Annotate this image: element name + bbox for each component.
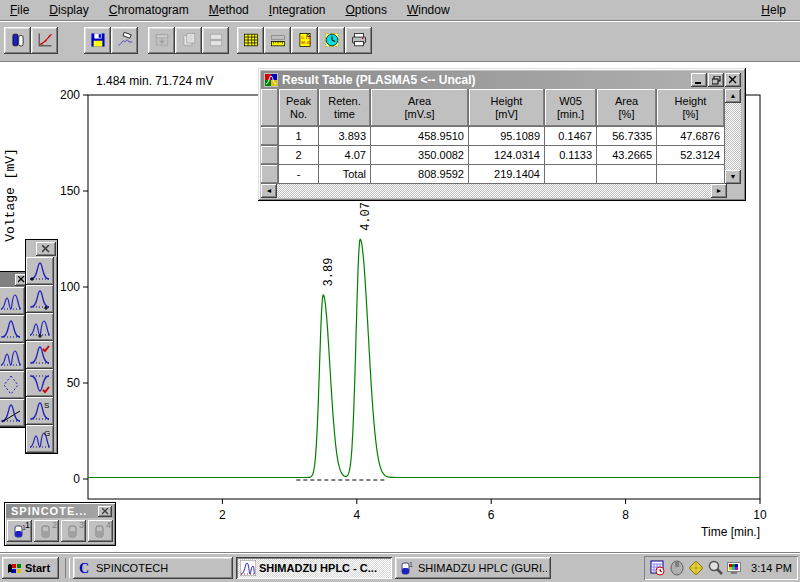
table-cell[interactable]: 43.2665 xyxy=(597,146,657,165)
table-cell[interactable]: 124.0314 xyxy=(469,146,545,165)
spincote-titlebar[interactable]: SPINCOTE... xyxy=(6,504,114,518)
result-window-titlebar[interactable]: Result Table (PLASMA5 <-- Uncal) xyxy=(261,71,743,89)
table-cell[interactable]: 0.1467 xyxy=(545,127,597,146)
column-header[interactable]: Height[mV] xyxy=(469,89,545,127)
table-cell[interactable]: 1 xyxy=(279,127,319,146)
row-header-cell[interactable] xyxy=(261,127,279,146)
save-button[interactable] xyxy=(84,27,111,54)
table-cell[interactable] xyxy=(597,165,657,184)
vial-4-button[interactable]: 4 xyxy=(88,520,113,542)
column-header[interactable]: Area[%] xyxy=(597,89,657,127)
ruler-button[interactable] xyxy=(264,27,291,54)
magnifier-icon[interactable] xyxy=(707,560,723,576)
method-range-button[interactable]: 0-15M-45 xyxy=(291,27,318,54)
menu-item-file[interactable]: File xyxy=(4,1,35,19)
menu-item-chromatogram[interactable]: Chromatogram xyxy=(103,1,195,19)
table-cell[interactable]: 52.3124 xyxy=(657,146,725,165)
table-cell[interactable]: 2 xyxy=(279,146,319,165)
menu-item-window[interactable]: Window xyxy=(401,1,456,19)
big-peak-button[interactable] xyxy=(0,315,25,343)
column-header[interactable]: PeakNo. xyxy=(279,89,319,127)
vial-1-button[interactable]: 11 xyxy=(7,520,32,542)
diamond-icon[interactable] xyxy=(688,560,704,576)
column-header[interactable]: Area[mV.s] xyxy=(371,89,469,127)
table-cell[interactable]: 95.1089 xyxy=(469,127,545,146)
scroll-up-icon[interactable]: ▲ xyxy=(725,89,741,103)
table-cell[interactable]: 47.6876 xyxy=(657,127,725,146)
negative-peak-accept-button[interactable] xyxy=(26,369,54,397)
twin-peaks-button[interactable] xyxy=(0,287,25,315)
peak-edit-toolbar-front[interactable]: SG xyxy=(26,240,57,453)
tile-windows-button[interactable] xyxy=(202,27,229,54)
vial-3-button[interactable]: 3 xyxy=(61,520,86,542)
scheduler-icon[interactable] xyxy=(650,560,666,576)
close-icon[interactable] xyxy=(36,242,56,256)
device-icon[interactable] xyxy=(669,560,685,576)
valley-diamond-button[interactable] xyxy=(0,371,25,399)
copy-report-button[interactable] xyxy=(175,27,202,54)
data-table-button[interactable] xyxy=(237,27,264,54)
column-vial-button[interactable] xyxy=(4,27,31,54)
scroll-right-icon[interactable]: ► xyxy=(711,184,727,198)
peak-solvent-button[interactable]: S xyxy=(26,397,54,425)
minimize-button[interactable] xyxy=(691,73,707,87)
table-cell[interactable]: 458.9510 xyxy=(371,127,469,146)
peak-edit-toolbar-back[interactable] xyxy=(0,272,29,427)
menu-item-method[interactable]: Method xyxy=(203,1,255,19)
peak-accept-button[interactable] xyxy=(26,341,54,369)
taskbar: Start CSPINCOTECHSHIMADZU HPLC - C...1SH… xyxy=(0,553,800,582)
table-row: 24.07350.0082124.03140.113343.266552.312… xyxy=(261,146,725,165)
table-cell[interactable]: Total xyxy=(319,165,371,184)
menu-item-display[interactable]: Display xyxy=(43,1,94,19)
table-cell[interactable]: 219.1404 xyxy=(469,165,545,184)
vertical-scrollbar[interactable]: ▲ ▼ xyxy=(725,89,741,184)
table-cell[interactable]: 350.0082 xyxy=(371,146,469,165)
column-header[interactable]: Height[%] xyxy=(657,89,725,127)
print-button[interactable] xyxy=(345,27,372,54)
table-cell[interactable]: 808.9592 xyxy=(371,165,469,184)
start-button[interactable]: Start xyxy=(2,557,59,579)
peak-start-button[interactable] xyxy=(26,257,54,285)
table-cell[interactable]: - xyxy=(279,165,319,184)
vial-2-button[interactable]: 2 xyxy=(34,520,59,542)
close-icon[interactable] xyxy=(98,506,112,517)
vial-number: 3 xyxy=(79,520,84,530)
calibration-curve-button[interactable] xyxy=(31,27,58,54)
spincote-window[interactable]: SPINCOTE... 11234 xyxy=(5,503,115,545)
restore-button[interactable] xyxy=(708,73,724,87)
horizontal-scrollbar[interactable]: ◄ ► xyxy=(261,184,727,198)
taskbar-task-button[interactable]: SHIMADZU HPLC - C... xyxy=(236,557,392,579)
scroll-down-icon[interactable]: ▼ xyxy=(725,170,741,184)
result-table-window[interactable]: Result Table (PLASMA5 <-- Uncal) PeakNo.… xyxy=(258,68,746,201)
table-cell[interactable] xyxy=(657,165,725,184)
column-header[interactable]: W05[min.] xyxy=(545,89,597,127)
erase-trace-button[interactable] xyxy=(111,27,138,54)
close-button[interactable] xyxy=(725,73,741,87)
peak-toolbar-front-titlebar[interactable] xyxy=(26,240,57,257)
table-cell[interactable] xyxy=(545,165,597,184)
archive-button[interactable] xyxy=(148,27,175,54)
chromatogram-trace xyxy=(88,239,760,477)
scroll-left-icon[interactable]: ◄ xyxy=(261,184,277,198)
taskbar-task-button[interactable]: 1SHIMADZU HPLC (GURI... xyxy=(395,557,551,579)
tangent-peak-button[interactable] xyxy=(0,399,25,427)
menu-item-integration[interactable]: Integration xyxy=(263,1,332,19)
peak-toolbar-back-titlebar[interactable] xyxy=(0,272,29,287)
display-icon[interactable] xyxy=(726,560,742,576)
clock-button[interactable] xyxy=(318,27,345,54)
peak-add-button[interactable] xyxy=(26,285,54,313)
taskbar-task-button[interactable]: CSPINCOTECH xyxy=(73,557,233,579)
column-header[interactable]: Reten.time xyxy=(319,89,371,127)
peak-group-button[interactable]: G xyxy=(26,425,54,453)
table-cell[interactable]: 3.893 xyxy=(319,127,371,146)
menu-item-options[interactable]: Options xyxy=(340,1,393,19)
twin-peaks-button[interactable] xyxy=(0,343,25,371)
row-header-cell[interactable] xyxy=(261,165,279,184)
table-cell[interactable]: 4.07 xyxy=(319,146,371,165)
row-header-cell[interactable] xyxy=(261,146,279,165)
ruler-icon xyxy=(270,32,286,48)
menu-item-help[interactable]: Help xyxy=(755,1,792,19)
table-cell[interactable]: 0.1133 xyxy=(545,146,597,165)
peaks-add-button[interactable] xyxy=(26,313,54,341)
table-cell[interactable]: 56.7335 xyxy=(597,127,657,146)
